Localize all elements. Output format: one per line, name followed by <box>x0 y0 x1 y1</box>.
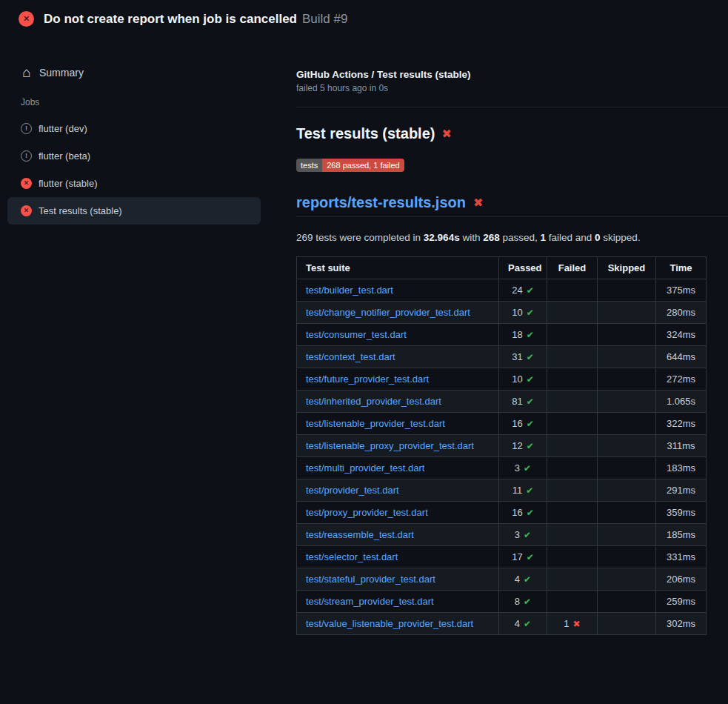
sidebar-item-summary[interactable]: ⌂ Summary <box>7 60 261 85</box>
suite-link[interactable]: test/consumer_test.dart <box>306 329 407 340</box>
suite-link[interactable]: test/value_listenable_provider_test.dart <box>306 618 473 629</box>
failed-cell <box>547 324 598 346</box>
tests-badge: tests 268 passed, 1 failed <box>296 159 404 172</box>
time-cell: 183ms <box>656 457 707 479</box>
check-icon: ✔ <box>527 308 534 318</box>
main-content: GitHub Actions / Test results (stable) f… <box>296 38 728 635</box>
suite-cell: test/future_provider_test.dart <box>297 368 499 391</box>
check-icon: ✔ <box>527 508 534 518</box>
x-circle-icon: ✕ <box>21 178 32 189</box>
sidebar-item-flutter-stable[interactable]: ✕ flutter (stable) <box>7 170 261 197</box>
summary-duration: 32.964s <box>424 232 460 243</box>
passed-count: 10 <box>512 373 522 385</box>
passed-count: 31 <box>512 351 522 362</box>
passed-count: 8 <box>515 596 520 607</box>
suite-link[interactable]: test/inherited_provider_test.dart <box>306 396 441 407</box>
suite-link[interactable]: test/listenable_proxy_provider_test.dart <box>306 440 474 451</box>
suite-link[interactable]: test/stateful_provider_test.dart <box>306 574 435 585</box>
passed-cell: 10✔ <box>499 302 547 324</box>
suite-link[interactable]: test/context_test.dart <box>306 351 395 362</box>
sidebar-item-flutter-beta[interactable]: ! flutter (beta) <box>7 142 261 170</box>
suite-link[interactable]: test/reassemble_test.dart <box>306 529 414 540</box>
skipped-cell <box>598 457 656 479</box>
passed-cell: 18✔ <box>499 324 547 346</box>
suite-link[interactable]: test/builder_test.dart <box>306 285 393 296</box>
skipped-cell <box>598 368 656 391</box>
skipped-cell <box>598 346 656 368</box>
suite-link[interactable]: test/future_provider_test.dart <box>306 373 429 385</box>
check-icon: ✔ <box>526 485 533 496</box>
alert-circle-icon: ! <box>21 150 32 162</box>
suite-cell: test/builder_test.dart <box>297 279 499 302</box>
passed-count: 81 <box>512 396 522 407</box>
passed-count: 16 <box>512 418 522 429</box>
suite-link[interactable]: test/proxy_provider_test.dart <box>306 507 428 518</box>
summary-text: with <box>460 232 484 243</box>
passed-cell: 16✔ <box>499 502 547 524</box>
run-header: GitHub Actions / Test results (stable) f… <box>296 69 728 107</box>
time-cell: 375ms <box>656 279 707 302</box>
time-cell: 272ms <box>656 368 707 391</box>
passed-cell: 4✔ <box>499 613 547 635</box>
alert-circle-icon: ! <box>21 123 32 134</box>
sidebar-item-test-results-stable[interactable]: ✕ Test results (stable) <box>7 197 261 225</box>
suite-link[interactable]: test/change_notifier_provider_test.dart <box>306 307 470 318</box>
badge-value: 268 passed, 1 failed <box>322 159 404 172</box>
results-table: Test suite Passed Failed Skipped Time te… <box>296 256 707 635</box>
check-icon: ✔ <box>527 285 534 296</box>
passed-cell: 3✔ <box>499 457 547 479</box>
table-row: test/reassemble_test.dart 3✔ 185ms <box>297 524 707 546</box>
table-row: test/value_listenable_provider_test.dart… <box>297 613 707 635</box>
passed-cell: 24✔ <box>499 279 547 302</box>
failed-cell <box>547 479 598 502</box>
suite-cell: test/reassemble_test.dart <box>297 524 499 546</box>
table-row: test/selector_test.dart 17✔ 331ms <box>297 546 707 568</box>
suite-link[interactable]: test/provider_test.dart <box>306 485 399 496</box>
summary-text: 269 tests were completed in <box>296 232 424 243</box>
suite-link[interactable]: test/stream_provider_test.dart <box>306 596 434 607</box>
time-cell: 644ms <box>656 346 707 368</box>
passed-count: 18 <box>512 329 522 340</box>
check-icon: ✔ <box>527 441 534 451</box>
suite-cell: test/multi_provider_test.dart <box>297 457 499 479</box>
suite-link[interactable]: test/listenable_provider_test.dart <box>306 418 445 429</box>
table-header-row: Test suite Passed Failed Skipped Time <box>297 257 707 279</box>
suite-cell: test/selector_test.dart <box>297 546 499 568</box>
suite-link[interactable]: test/selector_test.dart <box>306 551 398 562</box>
failed-cell <box>547 302 598 324</box>
table-row: test/stateful_provider_test.dart 4✔ 206m… <box>297 568 707 591</box>
page-body: ⌂ Summary Jobs ! flutter (dev) ! flutter… <box>0 38 728 635</box>
failed-count: 1 <box>564 618 569 629</box>
passed-count: 12 <box>512 440 522 451</box>
table-row: test/consumer_test.dart 18✔ 324ms <box>297 324 707 346</box>
failed-cell <box>547 457 598 479</box>
badge-label: tests <box>296 159 322 172</box>
summary-failed-count: 1 <box>541 232 547 243</box>
passed-cell: 81✔ <box>499 391 547 413</box>
failed-cell <box>547 413 598 435</box>
col-header-passed: Passed <box>499 257 547 279</box>
suite-cell: test/stream_provider_test.dart <box>297 591 499 613</box>
table-row: test/builder_test.dart 24✔ 375ms <box>297 279 707 302</box>
report-file-link[interactable]: reports/test-results.json <box>296 194 466 211</box>
suite-link[interactable]: test/multi_provider_test.dart <box>306 462 424 474</box>
suite-cell: test/inherited_provider_test.dart <box>297 391 499 413</box>
sidebar-item-flutter-dev[interactable]: ! flutter (dev) <box>7 115 261 142</box>
table-row: test/listenable_provider_test.dart 16✔ 3… <box>297 413 707 435</box>
home-icon: ⌂ <box>21 67 33 78</box>
report-heading-row: reports/test-results.json ✖ <box>296 194 728 217</box>
suite-cell: test/value_listenable_provider_test.dart <box>297 613 499 635</box>
failed-cell <box>547 568 598 591</box>
skipped-cell <box>598 391 656 413</box>
results-table-body: test/builder_test.dart 24✔ 375ms test/ch… <box>297 279 707 635</box>
passed-cell: 4✔ <box>499 568 547 591</box>
table-row: test/inherited_provider_test.dart 81✔ 1.… <box>297 391 707 413</box>
skipped-cell <box>598 413 656 435</box>
failed-cell <box>547 391 598 413</box>
col-header-suite: Test suite <box>297 257 499 279</box>
failed-cell <box>547 591 598 613</box>
jobs-section-label: Jobs <box>21 97 261 107</box>
table-row: test/listenable_proxy_provider_test.dart… <box>297 435 707 457</box>
skipped-cell <box>598 568 656 591</box>
passed-cell: 31✔ <box>499 346 547 368</box>
